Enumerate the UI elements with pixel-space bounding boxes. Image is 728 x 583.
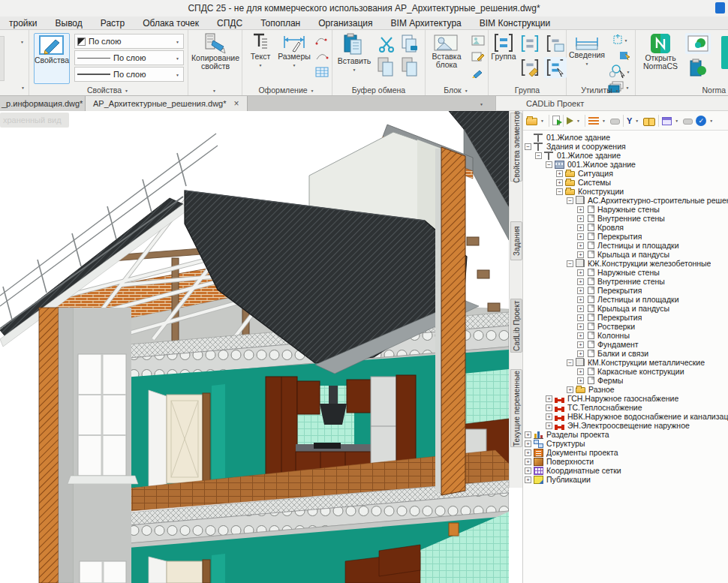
list-icon[interactable] [588,116,599,125]
tree-item[interactable]: −КМ.Конструкции металлические [525,358,728,367]
collapse-icon[interactable]: − [556,188,563,195]
normacs-frame-icon[interactable] [685,33,711,54]
tree-item[interactable]: +Ситуация [525,169,728,178]
expand-icon[interactable]: + [556,179,563,186]
collapse-icon[interactable]: − [567,197,573,204]
chevron-down-icon[interactable] [125,86,130,95]
tree-item[interactable]: +Перекрытия [525,232,728,241]
collapse-icon[interactable]: − [525,143,531,150]
chevron-down-icon[interactable] [675,114,680,128]
collapse-icon[interactable]: − [567,359,573,366]
chevron-down-icon[interactable] [635,114,640,128]
expand-icon[interactable]: + [577,269,584,276]
tree-item[interactable]: +Публикации [525,475,728,484]
tree-item[interactable]: +Лестницы и площадки [525,241,728,250]
tree-item[interactable]: +Документы проекта [525,448,728,457]
info-button[interactable]: Сведения [568,33,606,68]
views-icon[interactable] [662,117,672,125]
menu-item-1[interactable]: Вывод [47,18,92,29]
arc-tool-icon[interactable] [314,49,330,64]
expand-icon[interactable]: + [577,206,584,213]
paste-special-icon[interactable] [399,56,421,78]
selection-circles-icon[interactable] [605,64,633,79]
expand-icon[interactable]: + [525,476,531,483]
expand-icon[interactable]: + [577,233,584,240]
tree-item[interactable]: +Структуры [525,439,728,448]
tree-item[interactable]: +Разделы проекта [525,430,728,439]
properties-button[interactable]: Свойства [34,33,70,84]
tree-item[interactable]: +Фермы [525,376,728,385]
image-attach-icon[interactable] [470,33,486,48]
chevron-down-icon[interactable] [615,86,621,95]
tree-item[interactable]: +Внутренние стены [525,277,728,286]
tree-item[interactable]: +Кровля [525,223,728,232]
menu-item-7[interactable]: BIM Архитектура [382,18,471,29]
open-project-icon[interactable] [526,118,537,125]
filter-icon[interactable]: Y [627,116,632,126]
close-icon[interactable]: × [233,98,239,109]
ungroup-icon[interactable] [519,33,541,54]
tree-item[interactable]: +ГСН.Наружное газоснабжение [525,394,728,403]
text-button[interactable]: Текст [245,33,275,70]
lineweight-combo[interactable]: По слою [74,67,184,82]
expand-icon[interactable]: + [577,323,584,330]
find-icon[interactable] [643,118,655,125]
normacs-clipboard-icon[interactable] [685,57,711,80]
expand-icon[interactable]: + [525,467,531,474]
document-tab-active[interactable]: АР_Архитектурные_решения.dwg* × [86,96,248,111]
collapse-icon[interactable]: − [535,152,542,159]
expand-icon[interactable]: + [577,251,584,258]
tree-item[interactable]: +Балки и связи [525,349,728,358]
copy-with-base-icon[interactable] [399,33,421,54]
tree-item[interactable]: +ЭН.Электроосвещение наружное [525,421,728,430]
expand-icon[interactable]: + [525,458,531,465]
brush-icon[interactable] [470,66,486,81]
expand-icon[interactable]: + [546,404,552,411]
spline-tool-icon[interactable] [314,33,330,48]
tree-root[interactable]: 01.Жилое здание [525,133,728,142]
drawing-viewport[interactable]: храненный вид [0,111,509,583]
copy-icon[interactable] [375,56,397,78]
chevron-down-icon[interactable] [212,86,218,95]
side-tab-2[interactable]: CadLib Проект [510,299,522,353]
tree-item[interactable]: −01.Жилое здание [525,151,728,160]
link-icon[interactable] [610,119,620,125]
expand-icon[interactable]: + [577,368,584,375]
tree-item[interactable]: +ТС.Теплоснабжение [525,403,728,412]
menu-item-3[interactable]: Облака точек [134,18,208,29]
menu-item-8[interactable]: BIM Конструкции [471,18,560,29]
expand-icon[interactable]: + [577,377,584,384]
expand-icon[interactable]: + [525,431,531,438]
tree-item[interactable]: −КЖ.Конструкции железобетонные [525,259,728,268]
expand-icon[interactable]: + [577,341,584,348]
color-combo[interactable]: По слою [74,34,184,49]
tree-item[interactable]: −Конструкции [525,187,728,196]
chevron-down-icon[interactable] [21,80,26,94]
tree-item[interactable]: +Перекрытия [525,313,728,322]
play-icon[interactable] [567,117,573,125]
expand-icon[interactable]: + [577,224,584,231]
expand-icon[interactable]: + [577,350,584,357]
expand-icon[interactable]: + [556,170,563,177]
expand-icon[interactable]: + [577,215,584,222]
cut-icon[interactable] [376,35,397,54]
tree-item[interactable]: +Лестницы и площадки [525,295,728,304]
linetype-combo[interactable]: По слою [74,50,184,65]
open-normacs-button[interactable]: Открыть NormaCS [639,33,682,71]
table-tool-icon[interactable] [314,65,330,80]
insert-block-button[interactable]: Вставка блока [427,33,466,69]
expand-icon[interactable]: + [577,314,584,321]
tree-item[interactable]: +Системы [525,178,728,187]
group-edit-icon[interactable] [519,57,541,78]
tree-item[interactable]: +Координатные сетки [525,466,728,475]
chevron-down-icon[interactable] [540,114,546,128]
menu-item-0[interactable]: тройки [0,18,47,29]
paste-button[interactable]: Вставить [335,33,373,74]
chevron-down-icon[interactable] [576,114,582,128]
tree-item[interactable]: +Фундамент [525,340,728,349]
link2-icon[interactable] [683,119,693,125]
tree-item[interactable]: +Разное [525,385,728,394]
expand-icon[interactable]: + [577,278,584,285]
side-tab-1[interactable]: Задания [510,221,522,260]
tree-item[interactable]: −АС.Архитектурно-строительные решения [525,196,728,205]
